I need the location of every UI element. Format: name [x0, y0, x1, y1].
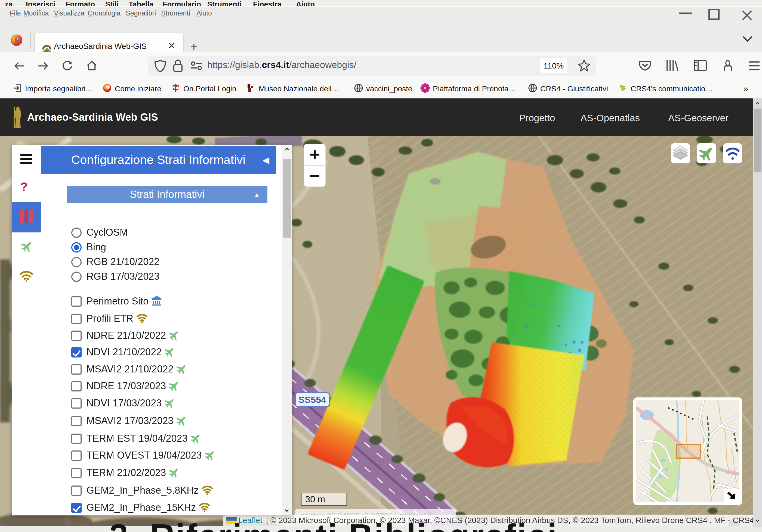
svg-text:SS554: SS554	[298, 394, 326, 405]
svg-text:30 m: 30 m	[305, 494, 325, 504]
